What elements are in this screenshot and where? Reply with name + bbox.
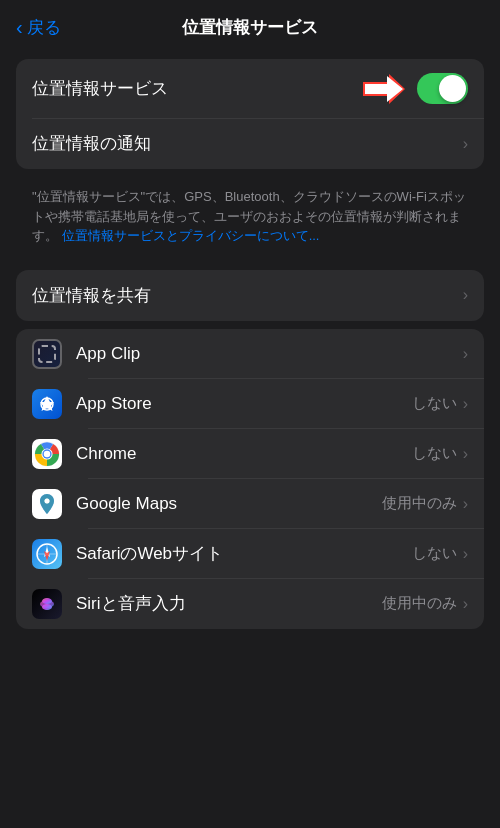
siri-icon (32, 589, 62, 619)
siri-svg-icon (36, 593, 58, 615)
back-button[interactable]: ‹ 戻る (16, 16, 61, 39)
app-name: Google Maps (76, 494, 382, 514)
share-location-label: 位置情報を共有 (32, 284, 151, 307)
location-notification-right: › (463, 135, 468, 153)
svg-point-10 (45, 498, 50, 503)
list-item[interactable]: App Store しない › (16, 379, 484, 429)
location-notification-item[interactable]: 位置情報の通知 › (16, 118, 484, 169)
location-notification-label: 位置情報の通知 (32, 132, 151, 155)
maps-icon (32, 489, 62, 519)
appclip-inner-icon (38, 345, 56, 363)
list-item[interactable]: App Clip › (16, 329, 484, 379)
app-status: しない (412, 444, 457, 463)
location-services-toggle[interactable] (417, 73, 468, 104)
app-name: SafariのWebサイト (76, 542, 412, 565)
chevron-icon: › (463, 545, 468, 563)
list-item[interactable]: Chrome しない › (16, 429, 484, 479)
back-chevron-icon: ‹ (16, 17, 23, 37)
app-name: App Clip (76, 344, 463, 364)
appstore-svg-icon (37, 394, 57, 414)
share-location-right: › (463, 286, 468, 304)
safari-svg-icon (36, 543, 58, 565)
navigation-header: ‹ 戻る 位置情報サービス (0, 0, 500, 51)
main-settings-section: 位置情報サービス 位置情報の通知 › (16, 59, 484, 169)
chevron-icon: › (463, 595, 468, 613)
back-label: 戻る (27, 16, 61, 39)
app-status: 使用中のみ (382, 494, 457, 513)
location-services-item[interactable]: 位置情報サービス (16, 59, 484, 118)
app-status: しない (412, 394, 457, 413)
privacy-link[interactable]: 位置情報サービスとプライバシーについて... (62, 228, 320, 243)
arrow-indicator (363, 74, 405, 104)
chrome-svg-icon (34, 441, 60, 467)
chevron-icon: › (463, 135, 468, 153)
svg-point-18 (42, 598, 52, 604)
list-item[interactable]: Google Maps 使用中のみ › (16, 479, 484, 529)
app-status: しない (412, 544, 457, 563)
chevron-icon: › (463, 495, 468, 513)
list-item[interactable]: SafariのWebサイト しない › (16, 529, 484, 579)
safari-icon (32, 539, 62, 569)
appstore-icon (32, 389, 62, 419)
maps-svg-icon (35, 492, 59, 516)
chevron-icon: › (463, 445, 468, 463)
red-arrow-icon (363, 74, 405, 104)
description-section: "位置情報サービス"では、GPS、Bluetooth、クラウドソースのWi-Fi… (16, 177, 484, 262)
share-location-item[interactable]: 位置情報を共有 › (16, 270, 484, 321)
svg-marker-1 (365, 76, 403, 102)
share-location-section: 位置情報を共有 › (16, 270, 484, 321)
app-status: 使用中のみ (382, 594, 457, 613)
toggle-knob (439, 75, 466, 102)
appclip-icon (32, 339, 62, 369)
location-services-label: 位置情報サービス (32, 77, 168, 100)
chevron-icon: › (463, 395, 468, 413)
app-name: Siriと音声入力 (76, 592, 382, 615)
svg-point-8 (44, 450, 51, 457)
page-title: 位置情報サービス (182, 16, 318, 39)
chrome-icon (32, 439, 62, 469)
app-list-section: App Clip › App Store しない › (16, 329, 484, 629)
app-name: App Store (76, 394, 412, 414)
list-item[interactable]: Siriと音声入力 使用中のみ › (16, 579, 484, 629)
description-text: "位置情報サービス"では、GPS、Bluetooth、クラウドソースのWi-Fi… (32, 189, 466, 243)
share-chevron-icon: › (463, 286, 468, 304)
app-name: Chrome (76, 444, 412, 464)
chevron-icon: › (463, 345, 468, 363)
location-toggle-container (363, 73, 468, 104)
